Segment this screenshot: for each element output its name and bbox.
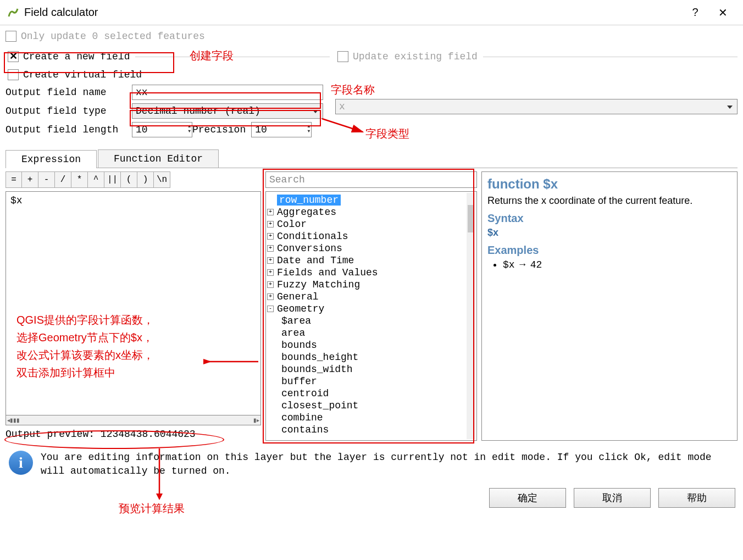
collapse-icon[interactable]: - — [267, 306, 274, 312]
help-button[interactable]: 帮助 — [658, 488, 735, 508]
tab-expression[interactable]: Expression — [5, 150, 97, 168]
output-type-label: Output field type — [5, 106, 132, 117]
expand-icon[interactable]: + — [267, 221, 274, 228]
tree-item[interactable]: contains — [281, 424, 329, 435]
op-button[interactable]: + — [22, 171, 38, 188]
op-button[interactable]: ^ — [88, 171, 104, 188]
tree-item-row-number[interactable]: row_number — [277, 195, 341, 206]
op-button[interactable]: / — [55, 171, 71, 188]
info-message: You are editing information on this laye… — [41, 451, 734, 478]
existing-field-select[interactable]: x — [335, 99, 738, 114]
tree-item[interactable]: Conditionals — [277, 231, 348, 242]
expand-icon[interactable]: + — [267, 245, 274, 252]
close-icon[interactable]: ✕ — [709, 2, 736, 24]
expand-icon[interactable]: + — [267, 233, 274, 240]
tree-item[interactable]: General — [277, 291, 319, 302]
update-existing-label: Update existing field — [353, 51, 478, 62]
help-title: function $x — [487, 176, 731, 192]
op-button[interactable]: || — [104, 171, 121, 188]
help-syntax-heading: Syntax — [487, 212, 731, 225]
op-button[interactable]: = — [5, 171, 22, 188]
expand-icon[interactable]: + — [267, 209, 274, 215]
expand-icon[interactable]: + — [267, 281, 274, 288]
tree-item[interactable]: Date and Time — [277, 255, 354, 266]
op-button[interactable]: ( — [121, 171, 137, 188]
op-button[interactable]: \n — [154, 171, 170, 188]
function-tree[interactable]: row_number +Aggregates+Color+Conditional… — [265, 191, 477, 441]
ok-button[interactable]: 确定 — [489, 488, 566, 508]
output-length-spinner[interactable]: 10▲▼ — [132, 122, 192, 137]
tree-item[interactable]: Fuzzy Matching — [277, 279, 360, 290]
tree-item[interactable]: $area — [281, 315, 311, 326]
app-icon — [7, 6, 20, 19]
op-button[interactable]: - — [38, 171, 55, 188]
create-virtual-checkbox[interactable] — [8, 69, 19, 80]
expand-icon[interactable]: + — [267, 269, 274, 276]
create-new-field-checkbox[interactable] — [8, 51, 19, 62]
expand-icon[interactable]: + — [267, 293, 274, 300]
output-length-label: Output field length — [5, 124, 132, 135]
help-examples-heading: Examples — [487, 244, 731, 257]
create-virtual-label: Create virtual field — [23, 69, 142, 80]
tree-vscrollbar[interactable] — [467, 193, 475, 439]
cancel-button[interactable]: 取消 — [574, 488, 651, 508]
tree-item[interactable]: buffer — [281, 376, 317, 387]
info-icon: i — [9, 451, 33, 475]
op-button[interactable]: ) — [137, 171, 154, 188]
tree-item[interactable]: bounds — [281, 340, 317, 351]
output-type-select[interactable]: Decimal number (real) — [132, 103, 323, 119]
tree-item[interactable]: combine — [281, 412, 323, 423]
tree-item[interactable]: closest_point — [281, 400, 358, 411]
op-button[interactable]: * — [71, 171, 88, 188]
preview-label: Output preview: — [5, 429, 101, 440]
precision-spinner[interactable]: 10▲▼ — [251, 122, 312, 137]
tree-item[interactable]: Aggregates — [277, 207, 336, 218]
tree-item[interactable]: area — [281, 328, 305, 339]
tree-item[interactable]: Fields and Values — [277, 267, 378, 278]
tree-item[interactable]: Conversions — [277, 243, 342, 254]
help-description: Returns the x coordinate of the current … — [487, 195, 731, 207]
help-panel: function $x Returns the x coordinate of … — [481, 171, 738, 441]
help-syntax: $x — [487, 227, 731, 239]
help-icon[interactable]: ? — [681, 2, 709, 24]
window-title: Field calculator — [24, 6, 681, 19]
tree-item[interactable]: centroid — [281, 388, 329, 399]
editor-hscrollbar[interactable]: ◂▮▮▮▮▸ — [5, 415, 261, 425]
search-input[interactable]: Search — [265, 171, 477, 188]
only-update-checkbox[interactable] — [5, 31, 16, 42]
tree-item-geometry[interactable]: Geometry — [277, 303, 324, 314]
create-new-field-label: Create a new field — [23, 51, 130, 62]
expression-editor[interactable]: $x — [5, 191, 261, 415]
tree-item[interactable]: bounds_height — [281, 352, 358, 363]
expand-icon[interactable]: + — [267, 257, 274, 264]
tree-item[interactable]: Color — [277, 219, 307, 230]
only-update-label: Only update 0 selected features — [21, 31, 205, 42]
output-name-input[interactable] — [132, 85, 323, 100]
output-name-label: Output field name — [5, 87, 132, 98]
precision-label: Precision — [192, 124, 246, 135]
tab-function-editor[interactable]: Function Editor — [98, 149, 219, 168]
tree-item[interactable]: bounds_width — [281, 364, 353, 375]
help-example: $x → 42 — [503, 259, 731, 270]
preview-value: 12348438.6044623 — [101, 429, 196, 440]
update-existing-checkbox[interactable] — [337, 51, 348, 62]
